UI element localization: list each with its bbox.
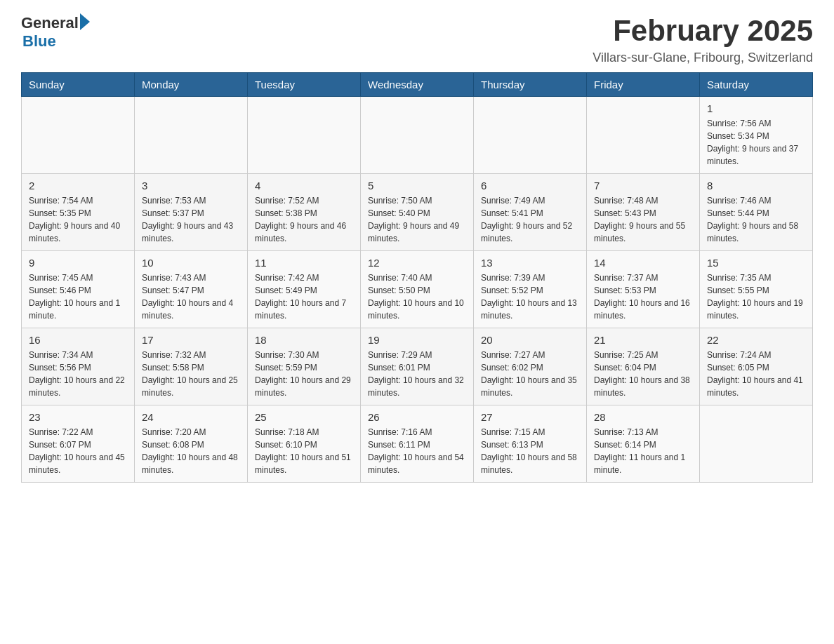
day-number: 15: [707, 257, 805, 269]
day-info: Sunrise: 7:54 AM Sunset: 5:35 PM Dayligh…: [29, 194, 127, 245]
calendar-cell: [587, 97, 700, 174]
day-info: Sunrise: 7:39 AM Sunset: 5:52 PM Dayligh…: [481, 271, 579, 322]
main-title: February 2025: [593, 14, 813, 48]
calendar-cell: 1Sunrise: 7:56 AM Sunset: 5:34 PM Daylig…: [700, 97, 813, 174]
weekday-header-thursday: Thursday: [474, 73, 587, 97]
day-number: 3: [142, 180, 240, 192]
calendar-cell: [22, 97, 135, 174]
title-block: February 2025 Villars-sur-Glane, Fribour…: [593, 14, 813, 65]
day-info: Sunrise: 7:43 AM Sunset: 5:47 PM Dayligh…: [142, 271, 240, 322]
day-number: 18: [255, 334, 353, 346]
day-info: Sunrise: 7:22 AM Sunset: 6:07 PM Dayligh…: [29, 426, 127, 476]
calendar-cell: 6Sunrise: 7:49 AM Sunset: 5:41 PM Daylig…: [474, 174, 587, 251]
day-info: Sunrise: 7:52 AM Sunset: 5:38 PM Dayligh…: [255, 194, 353, 245]
calendar-week-row: 9Sunrise: 7:45 AM Sunset: 5:46 PM Daylig…: [22, 251, 813, 328]
day-number: 5: [368, 180, 466, 192]
day-info: Sunrise: 7:40 AM Sunset: 5:50 PM Dayligh…: [368, 271, 466, 322]
day-info: Sunrise: 7:49 AM Sunset: 5:41 PM Dayligh…: [481, 194, 579, 245]
calendar-cell: 16Sunrise: 7:34 AM Sunset: 5:56 PM Dayli…: [22, 328, 135, 405]
day-number: 16: [29, 334, 127, 346]
calendar-cell: 23Sunrise: 7:22 AM Sunset: 6:07 PM Dayli…: [22, 405, 135, 483]
calendar-cell: 14Sunrise: 7:37 AM Sunset: 5:53 PM Dayli…: [587, 251, 700, 328]
day-info: Sunrise: 7:56 AM Sunset: 5:34 PM Dayligh…: [707, 117, 805, 168]
day-info: Sunrise: 7:35 AM Sunset: 5:55 PM Dayligh…: [707, 271, 805, 322]
day-info: Sunrise: 7:16 AM Sunset: 6:11 PM Dayligh…: [368, 426, 466, 476]
day-number: 28: [594, 411, 692, 423]
calendar-cell: 7Sunrise: 7:48 AM Sunset: 5:43 PM Daylig…: [587, 174, 700, 251]
subtitle: Villars-sur-Glane, Fribourg, Switzerland: [593, 51, 813, 65]
day-info: Sunrise: 7:30 AM Sunset: 5:59 PM Dayligh…: [255, 349, 353, 399]
day-info: Sunrise: 7:32 AM Sunset: 5:58 PM Dayligh…: [142, 349, 240, 399]
logo: General Blue: [21, 14, 90, 51]
day-info: Sunrise: 7:48 AM Sunset: 5:43 PM Dayligh…: [594, 194, 692, 245]
day-number: 11: [255, 257, 353, 269]
day-number: 21: [594, 334, 692, 346]
calendar-cell: [248, 97, 361, 174]
day-info: Sunrise: 7:25 AM Sunset: 6:04 PM Dayligh…: [594, 349, 692, 399]
calendar-cell: 15Sunrise: 7:35 AM Sunset: 5:55 PM Dayli…: [700, 251, 813, 328]
day-info: Sunrise: 7:29 AM Sunset: 6:01 PM Dayligh…: [368, 349, 466, 399]
day-info: Sunrise: 7:34 AM Sunset: 5:56 PM Dayligh…: [29, 349, 127, 399]
day-number: 14: [594, 257, 692, 269]
logo-general-text: General: [21, 14, 79, 32]
day-info: Sunrise: 7:18 AM Sunset: 6:10 PM Dayligh…: [255, 426, 353, 476]
day-number: 6: [481, 180, 579, 192]
day-info: Sunrise: 7:27 AM Sunset: 6:02 PM Dayligh…: [481, 349, 579, 399]
calendar-cell: 11Sunrise: 7:42 AM Sunset: 5:49 PM Dayli…: [248, 251, 361, 328]
day-number: 19: [368, 334, 466, 346]
calendar-cell: 27Sunrise: 7:15 AM Sunset: 6:13 PM Dayli…: [474, 405, 587, 483]
calendar-cell: 19Sunrise: 7:29 AM Sunset: 6:01 PM Dayli…: [361, 328, 474, 405]
day-number: 4: [255, 180, 353, 192]
day-info: Sunrise: 7:37 AM Sunset: 5:53 PM Dayligh…: [594, 271, 692, 322]
weekday-header-tuesday: Tuesday: [248, 73, 361, 97]
calendar-week-row: 16Sunrise: 7:34 AM Sunset: 5:56 PM Dayli…: [22, 328, 813, 405]
day-info: Sunrise: 7:50 AM Sunset: 5:40 PM Dayligh…: [368, 194, 466, 245]
day-number: 22: [707, 334, 805, 346]
day-number: 27: [481, 411, 579, 423]
weekday-header-monday: Monday: [135, 73, 248, 97]
day-info: Sunrise: 7:15 AM Sunset: 6:13 PM Dayligh…: [481, 426, 579, 476]
calendar-cell: 5Sunrise: 7:50 AM Sunset: 5:40 PM Daylig…: [361, 174, 474, 251]
day-number: 24: [142, 411, 240, 423]
day-info: Sunrise: 7:42 AM Sunset: 5:49 PM Dayligh…: [255, 271, 353, 322]
day-number: 7: [594, 180, 692, 192]
calendar-cell: [474, 97, 587, 174]
calendar-cell: 28Sunrise: 7:13 AM Sunset: 6:14 PM Dayli…: [587, 405, 700, 483]
logo-blue-text: Blue: [22, 32, 56, 51]
calendar-cell: [700, 405, 813, 483]
weekday-header-sunday: Sunday: [22, 73, 135, 97]
day-number: 12: [368, 257, 466, 269]
calendar-cell: 21Sunrise: 7:25 AM Sunset: 6:04 PM Dayli…: [587, 328, 700, 405]
day-info: Sunrise: 7:46 AM Sunset: 5:44 PM Dayligh…: [707, 194, 805, 245]
day-number: 25: [255, 411, 353, 423]
calendar-cell: 24Sunrise: 7:20 AM Sunset: 6:08 PM Dayli…: [135, 405, 248, 483]
calendar-cell: [135, 97, 248, 174]
calendar-cell: 17Sunrise: 7:32 AM Sunset: 5:58 PM Dayli…: [135, 328, 248, 405]
logo-triangle-icon: [80, 13, 90, 30]
day-info: Sunrise: 7:24 AM Sunset: 6:05 PM Dayligh…: [707, 349, 805, 399]
calendar-cell: 13Sunrise: 7:39 AM Sunset: 5:52 PM Dayli…: [474, 251, 587, 328]
calendar-cell: 4Sunrise: 7:52 AM Sunset: 5:38 PM Daylig…: [248, 174, 361, 251]
weekday-header-wednesday: Wednesday: [361, 73, 474, 97]
calendar-cell: 8Sunrise: 7:46 AM Sunset: 5:44 PM Daylig…: [700, 174, 813, 251]
calendar-cell: 25Sunrise: 7:18 AM Sunset: 6:10 PM Dayli…: [248, 405, 361, 483]
day-number: 8: [707, 180, 805, 192]
calendar-cell: 26Sunrise: 7:16 AM Sunset: 6:11 PM Dayli…: [361, 405, 474, 483]
weekday-header-row: SundayMondayTuesdayWednesdayThursdayFrid…: [22, 73, 813, 97]
calendar-cell: 20Sunrise: 7:27 AM Sunset: 6:02 PM Dayli…: [474, 328, 587, 405]
day-number: 23: [29, 411, 127, 423]
day-number: 20: [481, 334, 579, 346]
day-number: 9: [29, 257, 127, 269]
calendar-cell: 22Sunrise: 7:24 AM Sunset: 6:05 PM Dayli…: [700, 328, 813, 405]
day-number: 1: [707, 102, 805, 114]
day-number: 26: [368, 411, 466, 423]
day-number: 2: [29, 180, 127, 192]
calendar-cell: 3Sunrise: 7:53 AM Sunset: 5:37 PM Daylig…: [135, 174, 248, 251]
day-info: Sunrise: 7:53 AM Sunset: 5:37 PM Dayligh…: [142, 194, 240, 245]
day-number: 13: [481, 257, 579, 269]
weekday-header-saturday: Saturday: [700, 73, 813, 97]
weekday-header-friday: Friday: [587, 73, 700, 97]
calendar-cell: [361, 97, 474, 174]
day-number: 17: [142, 334, 240, 346]
calendar-cell: 18Sunrise: 7:30 AM Sunset: 5:59 PM Dayli…: [248, 328, 361, 405]
